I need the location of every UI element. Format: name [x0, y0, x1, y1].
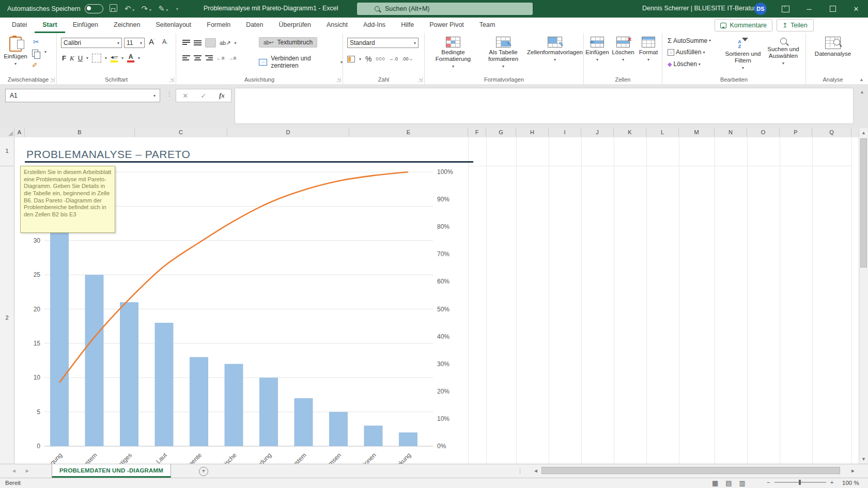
undo-icon[interactable]: ↶▾ — [125, 4, 134, 13]
column-header-K[interactable]: K — [614, 128, 646, 137]
maximize-button[interactable] — [821, 0, 845, 18]
sheet-tab-active[interactable]: PROBLEMDATEN UND -DIAGRAMM — [52, 464, 171, 478]
page-break-view-icon[interactable]: ▥ — [739, 479, 746, 487]
page-layout-view-icon[interactable]: ▤ — [725, 479, 732, 487]
ribbon-tab-hilfe[interactable]: Hilfe — [393, 18, 422, 33]
increase-font-icon[interactable]: Aˆ — [149, 37, 155, 46]
column-header-F[interactable]: F — [468, 128, 486, 137]
format-painter-icon[interactable]: ✎ — [31, 62, 39, 68]
ribbon-tab-daten[interactable]: Daten — [238, 18, 271, 33]
column-header-P[interactable]: P — [780, 128, 812, 137]
horizontal-scrollbar[interactable]: ◄ ► — [531, 466, 858, 476]
column-header-J[interactable]: J — [581, 128, 614, 137]
column-header-D[interactable]: D — [227, 128, 349, 137]
column-header-G[interactable]: G — [486, 128, 516, 137]
font-name-select[interactable]: Calibri▾ — [61, 38, 122, 48]
scroll-left-icon[interactable]: ◄ — [533, 468, 538, 474]
column-header-N[interactable]: N — [715, 128, 747, 137]
italic-button[interactable]: K — [70, 54, 74, 62]
data-analysis-button[interactable]: Datenanalyse — [811, 33, 855, 74]
conditional-formatting-button[interactable]: Bedingte Formatierung ▾ — [429, 33, 477, 74]
delete-cells-button[interactable]: ✕ Löschen ▾ — [611, 33, 636, 74]
align-right-icon[interactable] — [205, 55, 213, 61]
column-header-Q[interactable]: Q — [812, 128, 851, 137]
number-format-select[interactable]: Standard▾ — [347, 38, 419, 48]
scroll-down-icon[interactable]: ▼ — [861, 456, 866, 462]
increase-decimal-icon[interactable]: ←.0 — [390, 56, 398, 61]
column-header-A[interactable]: A — [14, 128, 25, 137]
align-center-icon[interactable] — [194, 55, 202, 61]
underline-dropdown-icon[interactable]: ▾ — [86, 56, 88, 60]
minimize-button[interactable]: ─ — [797, 0, 821, 18]
decrease-indent-icon[interactable]: ←≡ — [216, 55, 225, 61]
sheet-nav-right-icon[interactable]: ► — [25, 468, 30, 474]
autosave-toggle[interactable]: Automatisches Speichern — [7, 4, 103, 13]
increase-indent-icon[interactable]: →≡ — [228, 55, 237, 61]
autosum-button[interactable]: Σ AutoSumme ▾ — [668, 37, 711, 44]
comments-button[interactable]: Kommentare — [715, 19, 772, 32]
pareto-bar[interactable] — [120, 302, 138, 446]
cancel-icon[interactable]: ✕ — [182, 92, 188, 100]
pareto-bar[interactable] — [85, 275, 104, 446]
comma-style-icon[interactable]: 000 — [376, 56, 385, 61]
borders-icon[interactable] — [92, 54, 101, 62]
insert-function-icon[interactable]: fx — [219, 91, 225, 100]
accounting-dropdown-icon[interactable]: ▾ — [359, 57, 361, 61]
number-dialog-launcher-icon[interactable]: ↘ — [418, 77, 423, 82]
font-color-icon[interactable]: A — [127, 54, 134, 62]
autosave-toggle-switch[interactable] — [85, 4, 103, 13]
pareto-bar[interactable] — [399, 432, 417, 446]
enter-icon[interactable]: ✓ — [201, 92, 207, 100]
scroll-up-icon[interactable]: ▲ — [861, 130, 866, 135]
merge-center-button[interactable]: ↔ Verbinden und zentrieren ▾ — [259, 55, 343, 69]
sheet-nav-left-icon[interactable]: ◄ — [11, 468, 17, 474]
zoom-out-icon[interactable]: − — [767, 479, 770, 485]
decrease-font-icon[interactable]: Aˇ — [162, 38, 167, 46]
normal-view-icon[interactable]: ▦ — [712, 479, 718, 487]
wrap-text-button[interactable]: ab↩ Textumbruch — [259, 37, 317, 48]
ribbon-tab-team[interactable]: Team — [472, 18, 503, 33]
column-header-E[interactable]: E — [349, 128, 468, 137]
ribbon-tab-formeln[interactable]: Formeln — [199, 18, 238, 33]
clear-button[interactable]: ◆ Löschen ▾ — [668, 60, 701, 68]
fill-color-icon[interactable]: ◂▱ — [111, 54, 118, 62]
alignment-dialog-launcher-icon[interactable]: ↘ — [336, 77, 341, 82]
column-header-O[interactable]: O — [747, 128, 780, 137]
fill-color-dropdown-icon[interactable]: ▾ — [121, 56, 123, 60]
zoom-slider[interactable] — [774, 482, 826, 483]
search-box[interactable]: Suchen (Alt+M) — [357, 3, 533, 15]
column-header-B[interactable]: B — [25, 128, 135, 137]
pareto-bar[interactable] — [259, 377, 278, 446]
column-header-M[interactable]: M — [679, 128, 715, 137]
ribbon-tab-datei[interactable]: Datei — [4, 18, 35, 33]
zoom-in-icon[interactable]: + — [830, 479, 834, 485]
ribbon-tab-einf-gen[interactable]: Einfügen — [65, 18, 106, 33]
pareto-bar[interactable] — [329, 412, 348, 446]
touch-mode-icon[interactable]: ✎▾ — [158, 4, 168, 13]
clipboard-dialog-launcher-icon[interactable]: ↘ — [50, 77, 55, 82]
align-left-icon[interactable] — [182, 55, 190, 61]
scroll-right-icon[interactable]: ► — [850, 468, 856, 474]
pareto-bar[interactable] — [190, 357, 208, 446]
font-size-select[interactable]: 11▾ — [124, 38, 145, 48]
horizontal-scrollbar-thumb[interactable] — [541, 467, 840, 474]
font-color-dropdown-icon[interactable]: ▾ — [138, 56, 140, 60]
column-header-I[interactable]: I — [549, 128, 581, 137]
zoom-level[interactable]: 100 % — [842, 480, 859, 486]
ribbon-tab-zeichnen[interactable]: Zeichnen — [106, 18, 148, 33]
align-top-icon[interactable] — [182, 40, 190, 46]
qat-customize-icon[interactable]: ▾ — [176, 7, 178, 11]
borders-dropdown-icon[interactable]: ▾ — [105, 56, 107, 60]
font-dialog-launcher-icon[interactable]: ↘ — [169, 77, 174, 82]
column-header-C[interactable]: C — [135, 128, 227, 137]
ribbon-tab-add-ins[interactable]: Add-Ins — [355, 18, 393, 33]
format-cells-button[interactable]: Format ▾ — [637, 33, 660, 74]
ribbon-tab--berpr-fen[interactable]: Überprüfen — [271, 18, 319, 33]
name-box-dropdown-icon[interactable]: ▾ — [153, 93, 156, 98]
pareto-bar[interactable] — [364, 426, 383, 446]
orientation-icon[interactable]: ab↗ — [220, 40, 230, 46]
column-header-H[interactable]: H — [516, 128, 549, 137]
redo-icon[interactable]: ↷▾ — [142, 4, 151, 13]
formula-bar-collapse-icon[interactable]: ▲ — [860, 89, 864, 95]
row-header-2[interactable]: 2 — [0, 314, 14, 321]
